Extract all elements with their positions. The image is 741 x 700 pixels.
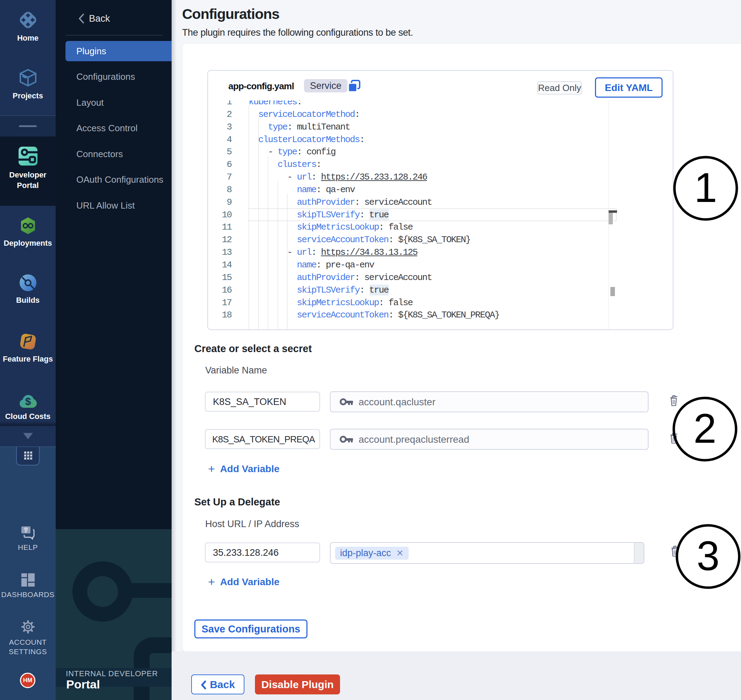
svg-text:$: $ xyxy=(25,396,31,407)
svg-text:2: 2 xyxy=(693,405,716,451)
svg-text:3: 3 xyxy=(697,533,720,579)
svg-text:1: 1 xyxy=(694,165,717,211)
svg-text:?: ? xyxy=(24,527,27,534)
